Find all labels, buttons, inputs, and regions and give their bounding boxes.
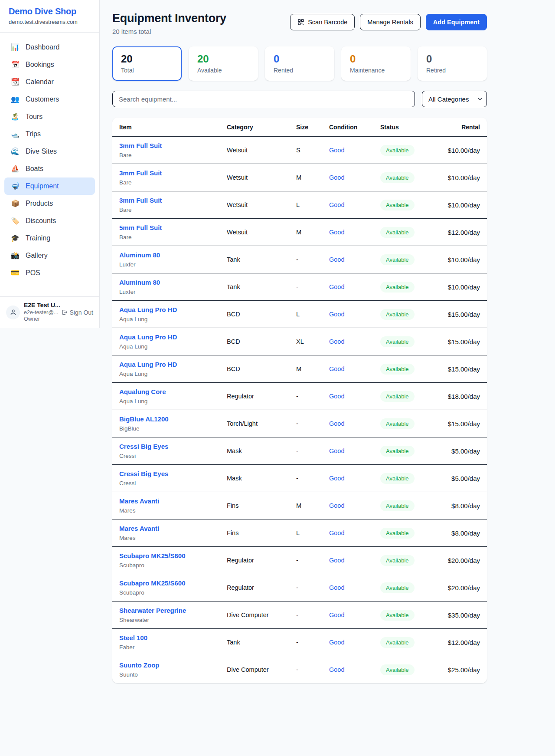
item-brand: Faber (119, 644, 213, 651)
item-name-link[interactable]: 3mm Full Suit (119, 142, 162, 149)
rental-cell: $12.00/day (437, 219, 487, 246)
user-meta: E2E Test U... e2e-tester@... Owner (24, 302, 57, 323)
size-cell: - (296, 420, 298, 427)
item-brand: Luxfer (119, 261, 213, 268)
item-name-link[interactable]: BigBlue AL1200 (119, 415, 169, 423)
condition-cell: Good (329, 311, 344, 318)
category-select[interactable]: All Categories (422, 91, 487, 107)
category-cell: Regulator (227, 393, 254, 400)
category-cell: Fins (227, 502, 238, 509)
table-row: Suunto Zoop Suunto Dive Computer - Good … (112, 656, 487, 684)
category-cell: Dive Computer (227, 666, 269, 673)
table-row: BigBlue AL1200 BigBlue Torch/Light - Goo… (112, 410, 487, 437)
page-title: Equipment Inventory (112, 12, 226, 25)
sidebar-item-trips[interactable]: 🛥️ Trips (4, 125, 95, 143)
item-brand: Mares (119, 535, 213, 541)
sidebar-item-dashboard[interactable]: 📊 Dashboard (4, 39, 95, 56)
stat-card-available[interactable]: 20 Available (189, 46, 258, 81)
item-brand: Aqua Lung (119, 398, 213, 404)
sidebar-item-calendar[interactable]: 📆 Calendar (4, 73, 95, 91)
condition-cell: Good (329, 666, 344, 673)
stat-card-total[interactable]: 20 Total (112, 46, 182, 81)
search-input[interactable] (112, 91, 415, 107)
column-header-status: Status (373, 118, 437, 136)
item-name-link[interactable]: Aqua Lung Pro HD (119, 361, 177, 368)
table-row: 3mm Full Suit Bare Wetsuit S Good Availa… (112, 136, 487, 164)
sidebar-item-products[interactable]: 📦 Products (4, 195, 95, 212)
add-equipment-button[interactable]: Add Equipment (426, 14, 487, 30)
category-select-wrap: All Categories (422, 91, 487, 107)
item-name-link[interactable]: Cressi Big Eyes (119, 470, 168, 477)
item-name-link[interactable]: Aluminum 80 (119, 251, 160, 259)
item-name-link[interactable]: Cressi Big Eyes (119, 443, 168, 450)
item-name-link[interactable]: Shearwater Peregrine (119, 607, 186, 614)
item-name-link[interactable]: Scubapro MK25/S600 (119, 579, 186, 587)
condition-cell: Good (329, 147, 344, 154)
sidebar-item-pos[interactable]: 💳 POS (4, 264, 95, 282)
item-name-link[interactable]: 3mm Full Suit (119, 169, 162, 177)
sidebar-item-equipment[interactable]: 🤿 Equipment (4, 177, 95, 195)
sidebar-item-customers[interactable]: 👥 Customers (4, 91, 95, 108)
rental-cell: $25.00/day (437, 656, 487, 684)
stat-value: 0 (426, 53, 478, 65)
manage-rentals-button[interactable]: Manage Rentals (360, 14, 421, 30)
sidebar-item-boats[interactable]: ⛵ Boats (4, 160, 95, 177)
status-badge: Available (380, 637, 415, 648)
stat-value: 20 (197, 53, 249, 65)
stat-card-retired[interactable]: 0 Retired (418, 46, 487, 81)
item-name-link[interactable]: Suunto Zoop (119, 661, 159, 669)
item-brand: Aqua Lung (119, 316, 213, 322)
equipment-table: ItemCategorySizeConditionStatusRental 3m… (112, 118, 487, 683)
size-cell: S (296, 147, 300, 154)
stat-label: Retired (426, 67, 478, 74)
person-icon (10, 309, 17, 316)
item-name-link[interactable]: 5mm Full Suit (119, 224, 162, 231)
item-name-link[interactable]: Steel 100 (119, 634, 147, 641)
products-icon: 📦 (10, 200, 20, 207)
size-cell: - (296, 557, 298, 564)
item-name-link[interactable]: Scubapro MK25/S600 (119, 552, 186, 559)
item-name-link[interactable]: Mares Avanti (119, 525, 159, 532)
sidebar-item-dive-sites[interactable]: 🌊 Dive Sites (4, 143, 95, 160)
status-badge: Available (380, 500, 415, 511)
sidebar-item-gallery[interactable]: 📸 Gallery (4, 247, 95, 264)
condition-cell: Good (329, 420, 344, 427)
table-row: Shearwater Peregrine Shearwater Dive Com… (112, 602, 487, 629)
table-row: Mares Avanti Mares Fins L Good Available… (112, 519, 487, 547)
category-cell: Regulator (227, 584, 254, 591)
stat-card-maintenance[interactable]: 0 Maintenance (341, 46, 411, 81)
sign-out-button[interactable]: Sign Out (61, 309, 93, 316)
rental-cell: $15.00/day (437, 301, 487, 328)
category-cell: Fins (227, 529, 238, 536)
column-header-category: Category (220, 118, 289, 136)
category-cell: Mask (227, 475, 242, 482)
item-name-link[interactable]: 3mm Full Suit (119, 197, 162, 204)
item-brand: Suunto (119, 671, 213, 678)
size-cell: - (296, 475, 298, 482)
category-cell: BCD (227, 311, 240, 318)
sidebar-item-tours[interactable]: 🏝️ Tours (4, 108, 95, 125)
item-name-link[interactable]: Aqualung Core (119, 388, 166, 395)
scan-barcode-button[interactable]: Scan Barcode (290, 14, 355, 30)
page-header: Equipment Inventory 20 items total Scan … (112, 12, 487, 35)
stat-label: Maintenance (350, 67, 402, 74)
item-name-link[interactable]: Aqua Lung Pro HD (119, 306, 177, 313)
sidebar-item-training[interactable]: 🎓 Training (4, 230, 95, 247)
item-brand: Scubapro (119, 589, 213, 596)
discounts-icon: 🏷️ (10, 217, 20, 224)
item-name-link[interactable]: Aluminum 80 (119, 279, 160, 286)
stat-card-rented[interactable]: 0 Rented (265, 46, 334, 81)
rental-cell: $8.00/day (437, 492, 487, 519)
sidebar-item-bookings[interactable]: 📅 Bookings (4, 56, 95, 73)
dive-sites-icon: 🌊 (10, 148, 20, 155)
rental-cell: $18.00/day (437, 383, 487, 410)
sidebar-item-discounts[interactable]: 🏷️ Discounts (4, 212, 95, 230)
item-name-link[interactable]: Aqua Lung Pro HD (119, 333, 177, 341)
sidebar-item-label: Trips (26, 130, 41, 138)
category-cell: Wetsuit (227, 229, 248, 236)
rental-cell: $10.00/day (437, 191, 487, 219)
size-cell: - (296, 256, 298, 263)
table-row: Aqua Lung Pro HD Aqua Lung BCD M Good Av… (112, 355, 487, 383)
status-badge: Available (380, 172, 415, 183)
item-name-link[interactable]: Mares Avanti (119, 497, 159, 505)
